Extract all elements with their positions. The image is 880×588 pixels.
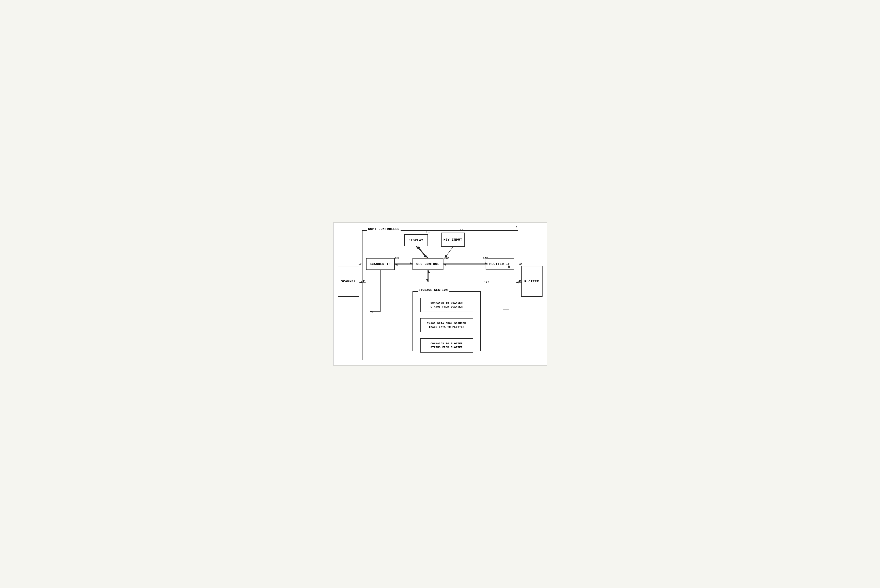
storage-label: STORAGE SECTION (418, 288, 449, 292)
plotter-if-label: PLOTTER IF (489, 262, 510, 266)
svg-line-2 (416, 246, 428, 258)
plotter-if-box: PLOTTER IF (486, 258, 514, 270)
scanner-if-label: SCANNER IF (369, 262, 390, 266)
display-label: DISPLAY (409, 238, 423, 242)
scanner-if-box: SCANNER IF (366, 258, 395, 270)
storage-box3-line1: COMMANDS TO PLOTTER (431, 342, 463, 346)
copy-controller-label: COPY CONTROLLER (367, 227, 401, 231)
storage-section-box: STORAGE SECTION COMMANDS TO SCANNER STAT… (413, 291, 481, 351)
svg-line-7 (445, 247, 453, 258)
plotter-label: PLOTTER (524, 280, 539, 283)
storage-box1-line1: COMMANDS TO SCANNER (431, 301, 463, 305)
ref-3: ↳3 (518, 262, 521, 266)
storage-box2-line1: IMAGE DATA FROM SCANNER (427, 321, 466, 326)
storage-sub-box-3: COMMANDS TO PLOTTER STATUS FROM PLOTTER (420, 338, 473, 352)
ref-2: ↳2 (359, 262, 362, 266)
storage-box2-line2: IMAGE DATA TO PLOTTER (429, 325, 464, 329)
scanner-box: SCANNER (338, 266, 359, 297)
svg-line-3 (416, 246, 428, 258)
storage-box3-line2: STATUS FROM PLOTTER (431, 345, 463, 350)
plotter-box: PLOTTER (521, 266, 542, 297)
copy-controller-box: COPY CONTROLLER DISPLAY KEY INPUT SCANNE… (362, 230, 518, 360)
svg-line-5 (417, 246, 426, 258)
svg-line-6 (418, 246, 427, 258)
key-input-label: KEY INPUT (443, 238, 462, 242)
key-input-box: KEY INPUT (441, 232, 465, 247)
scanner-label: SCANNER (341, 280, 356, 283)
cpu-control-box: CPU CONTROL (413, 258, 443, 270)
cpu-label: CPU CONTROL (416, 262, 439, 266)
storage-sub-box-2: IMAGE DATA FROM SCANNER IMAGE DATA TO PL… (420, 318, 473, 332)
svg-line-4 (418, 246, 426, 258)
display-box: DISPLAY (404, 234, 428, 246)
diagram-wrapper: 1 ↳2 ↳3 ↳11 ↳12 ↳13 ↳14 ↳15 ↳16 SCANNER … (333, 223, 547, 365)
storage-sub-box-1: COMMANDS TO SCANNER STATUS FROM SCANNER (420, 298, 473, 312)
ref-1: 1 (515, 226, 517, 229)
storage-box1-line2: STATUS FROM SCANNER (431, 305, 463, 309)
